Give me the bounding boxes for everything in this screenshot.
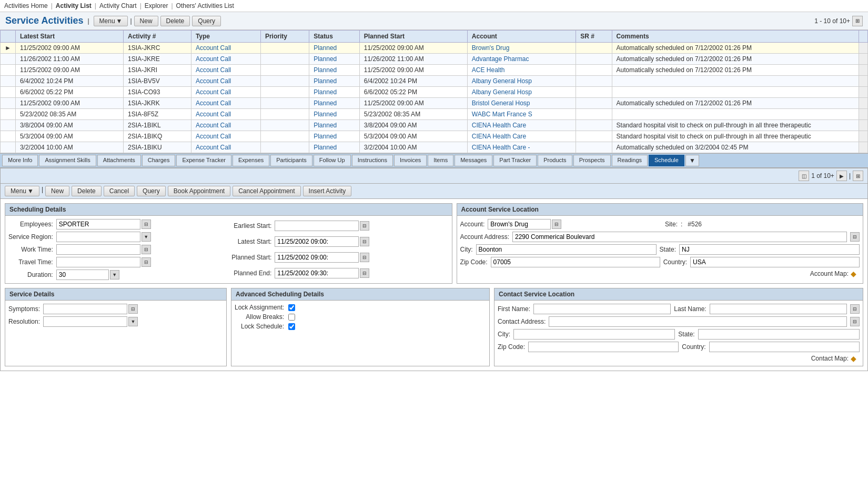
symptoms-icon[interactable]: ⊟ [128, 304, 138, 314]
table-row[interactable]: 6/6/2002 05:22 PM 1SIA-CO93 Account Call… [1, 87, 868, 98]
col-comments[interactable]: Comments [612, 31, 859, 43]
acc-country-input[interactable] [690, 257, 860, 267]
type-cell[interactable]: Account Call [191, 54, 260, 65]
duration-icon[interactable]: ▼ [110, 270, 119, 280]
type-cell[interactable]: Account Call [191, 43, 260, 54]
nav-activity-list[interactable]: Activity List [56, 2, 92, 9]
detail-next-icon[interactable]: ▶ [836, 171, 847, 181]
col-account[interactable]: Account [467, 31, 576, 43]
tabs-more-button[interactable]: ▼ [685, 155, 699, 166]
cont-country-input[interactable] [709, 342, 860, 352]
account-input[interactable] [488, 219, 551, 229]
tab-messages[interactable]: Messages [455, 155, 492, 166]
account-cell[interactable]: CIENA Health Care [467, 120, 576, 131]
table-row[interactable]: 11/25/2002 09:00 AM 1SIA-JKRK Account Ca… [1, 98, 868, 109]
nav-others-activities[interactable]: Others' Activities List [176, 2, 234, 9]
planned-start-icon[interactable]: ⊟ [360, 253, 369, 262]
allow-breaks-checkbox[interactable] [288, 314, 295, 321]
col-planned-start[interactable]: Planned Start [359, 31, 467, 43]
table-row[interactable]: ► 11/25/2002 09:00 AM 1SIA-JKRC Account … [1, 43, 868, 54]
table-row[interactable]: 6/4/2002 10:24 PM 1SIA-BV5V Account Call… [1, 76, 868, 87]
account-cell[interactable]: CIENA Health Care - [467, 142, 576, 153]
tab-instructions[interactable]: Instructions [352, 155, 393, 166]
type-cell[interactable]: Account Call [191, 142, 260, 153]
travel-time-icon[interactable]: ⊟ [142, 257, 151, 267]
tab-readings[interactable]: Readings [612, 155, 648, 166]
nav-explorer[interactable]: Explorer [145, 2, 168, 9]
tab-products[interactable]: Products [538, 155, 572, 166]
resolution-input[interactable] [43, 316, 127, 327]
tab-schedule[interactable]: Schedule [649, 155, 684, 166]
detail-new-button[interactable]: New [45, 186, 69, 196]
type-cell[interactable]: Account Call [191, 98, 260, 109]
acc-zip-input[interactable] [491, 257, 660, 267]
account-icon[interactable]: ⊟ [552, 219, 561, 229]
planned-start-input[interactable] [275, 252, 359, 263]
account-cell[interactable]: WABC Mart France S [467, 109, 576, 120]
account-cell[interactable]: Albany General Hosp [467, 76, 576, 87]
col-activity-num[interactable]: Activity # [124, 31, 191, 43]
type-cell[interactable]: Account Call [191, 65, 260, 76]
table-row[interactable]: 5/23/2002 08:35 AM 1SIA-8F5Z Account Cal… [1, 109, 868, 120]
planned-end-input[interactable] [275, 268, 359, 278]
tab-charges[interactable]: Charges [142, 155, 176, 166]
lock-assignment-checkbox[interactable] [288, 304, 295, 311]
type-cell[interactable]: Account Call [191, 131, 260, 142]
duration-input[interactable] [56, 270, 109, 280]
tab-follow-up[interactable]: Follow Up [314, 155, 351, 166]
earliest-start-icon[interactable]: ⊟ [360, 221, 369, 231]
table-row[interactable]: 11/26/2002 11:00 AM 1SIA-JKRE Account Ca… [1, 54, 868, 65]
cancel-appointment-button[interactable]: Cancel Appointment [233, 186, 300, 196]
work-time-icon[interactable]: ⊟ [142, 245, 151, 254]
service-region-input[interactable] [56, 232, 140, 242]
contact-map-icon[interactable]: ◆ [851, 354, 856, 363]
first-name-input[interactable] [533, 304, 671, 314]
account-map-icon[interactable]: ◆ [851, 270, 856, 278]
account-cell[interactable]: Brown's Drug [467, 43, 576, 54]
cont-city-input[interactable] [513, 329, 675, 340]
detail-expand-icon[interactable]: ⊞ [853, 171, 863, 181]
tab-assignment-skills[interactable]: Assignment Skills [39, 155, 96, 166]
table-row[interactable]: 5/3/2004 09:00 AM 2SIA-1BIKQ Account Cal… [1, 131, 868, 142]
employees-input[interactable] [56, 219, 140, 229]
last-name-icon[interactable]: ⊟ [850, 304, 860, 314]
account-cell[interactable]: CIENA Health Care [467, 131, 576, 142]
cont-state-input[interactable] [698, 329, 860, 340]
planned-end-icon[interactable]: ⊟ [360, 268, 369, 278]
table-row[interactable]: 3/8/2004 09:00 AM 2SIA-1BIKL Account Cal… [1, 120, 868, 131]
account-cell[interactable]: Advantage Pharmac [467, 54, 576, 65]
latest-start-input[interactable] [275, 236, 359, 247]
contact-address-icon[interactable]: ⊟ [850, 317, 860, 326]
cont-zip-input[interactable] [528, 342, 679, 352]
work-time-input[interactable] [56, 244, 140, 255]
menu-button[interactable]: Menu ▼ [94, 16, 128, 26]
col-type[interactable]: Type [191, 31, 260, 43]
acc-state-input[interactable] [679, 244, 860, 255]
detail-cancel-button[interactable]: Cancel [104, 186, 135, 196]
employees-icon[interactable]: ⊟ [142, 219, 151, 229]
account-address-input[interactable] [512, 232, 847, 242]
account-cell[interactable]: Albany General Hosp [467, 87, 576, 98]
travel-time-input[interactable] [56, 257, 140, 267]
expand-icon[interactable]: ⊞ [852, 16, 863, 26]
earliest-start-input[interactable] [275, 221, 359, 231]
detail-delete-button[interactable]: Delete [72, 186, 102, 196]
tab-prospects[interactable]: Prospects [573, 155, 611, 166]
tab-invoices[interactable]: Invoices [394, 155, 427, 166]
query-button[interactable]: Query [192, 16, 221, 26]
symptoms-input[interactable] [43, 304, 127, 314]
lock-schedule-checkbox[interactable] [288, 323, 295, 330]
latest-start-icon[interactable]: ⊟ [360, 237, 369, 246]
table-row[interactable]: 11/25/2002 09:00 AM 1SIA-JKRI Account Ca… [1, 65, 868, 76]
resolution-icon[interactable]: ▼ [128, 317, 138, 326]
type-cell[interactable]: Account Call [191, 76, 260, 87]
acc-city-input[interactable] [476, 244, 657, 255]
table-row[interactable]: 3/2/2004 10:00 AM 2SIA-1BIKU Account Cal… [1, 142, 868, 153]
type-cell[interactable]: Account Call [191, 87, 260, 98]
delete-button[interactable]: Delete [160, 16, 190, 26]
col-latest-start[interactable]: Latest Start [15, 31, 123, 43]
contact-address-input[interactable] [549, 316, 847, 327]
book-appointment-button[interactable]: Book Appointment [168, 186, 230, 196]
account-cell[interactable]: ACE Health [467, 65, 576, 76]
nav-activity-chart[interactable]: Activity Chart [99, 2, 137, 9]
